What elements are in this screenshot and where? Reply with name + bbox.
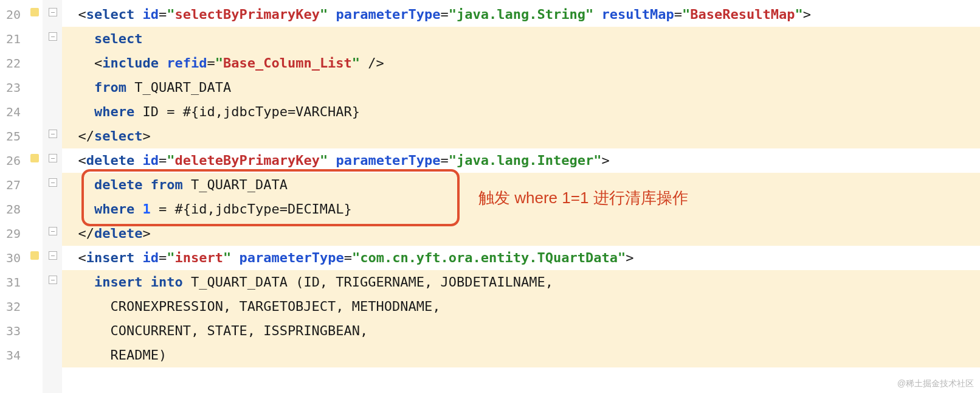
line-number: 30: [0, 246, 24, 270]
lint-warning-icon: [30, 154, 39, 162]
fold-toggle-icon[interactable]: –: [49, 251, 57, 260]
watermark: @稀土掘金技术社区: [897, 378, 974, 389]
line-number-gutter: 20 21 22 23 24 25 26 27 28 29 30 31 32 3…: [0, 0, 24, 393]
line-number: 23: [0, 75, 24, 100]
line-number: 28: [0, 197, 24, 221]
line-number: 22: [0, 51, 24, 75]
code-line[interactable]: </select>: [62, 124, 980, 148]
fold-toggle-icon[interactable]: –: [49, 8, 57, 16]
code-line[interactable]: </delete>: [62, 221, 980, 246]
code-line[interactable]: insert into T_QUART_DATA (ID, TRIGGERNAM…: [62, 270, 980, 294]
code-line[interactable]: where ID = #{id,jdbcType=VARCHAR}: [62, 100, 980, 124]
code-line[interactable]: from T_QUART_DATA: [62, 75, 980, 100]
line-number: 34: [0, 343, 24, 367]
code-line[interactable]: <include refid="Base_Column_List" />: [62, 51, 980, 75]
code-line[interactable]: <delete id="deleteByPrimaryKey" paramete…: [62, 148, 980, 173]
code-line[interactable]: CRONEXPRESSION, TARGETOBJECT, METHODNAME…: [62, 294, 980, 319]
line-number: 29: [0, 221, 24, 246]
fold-column: – – – – – – – –: [24, 0, 62, 393]
fold-end-icon[interactable]: –: [49, 227, 57, 235]
fold-toggle-icon[interactable]: –: [49, 178, 57, 187]
fold-toggle-icon[interactable]: –: [49, 276, 57, 284]
annotation-text: 触发 where 1=1 进行清库操作: [478, 187, 688, 209]
line-number: 31: [0, 270, 24, 294]
code-editor[interactable]: 20 21 22 23 24 25 26 27 28 29 30 31 32 3…: [0, 0, 980, 393]
line-number: 21: [0, 27, 24, 51]
lint-warning-icon: [30, 251, 39, 260]
line-number: 26: [0, 148, 24, 173]
lint-warning-icon: [30, 8, 39, 16]
line-number: 32: [0, 294, 24, 319]
code-line[interactable]: README): [62, 343, 980, 367]
code-line[interactable]: CONCURRENT, STATE, ISSPRINGBEAN,: [62, 319, 980, 343]
line-number: 25: [0, 124, 24, 148]
line-number: 33: [0, 319, 24, 343]
fold-toggle-icon[interactable]: –: [49, 32, 57, 41]
code-line[interactable]: <insert id="insert" parameterType="com.c…: [62, 246, 980, 270]
line-number: 24: [0, 100, 24, 124]
line-number: 20: [0, 2, 24, 27]
code-area[interactable]: <select id="selectByPrimaryKey" paramete…: [62, 0, 980, 393]
fold-end-icon[interactable]: –: [49, 130, 57, 138]
fold-toggle-icon[interactable]: –: [49, 154, 57, 162]
code-line[interactable]: <select id="selectByPrimaryKey" paramete…: [62, 2, 980, 27]
code-line[interactable]: select: [62, 27, 980, 51]
line-number: 27: [0, 173, 24, 197]
